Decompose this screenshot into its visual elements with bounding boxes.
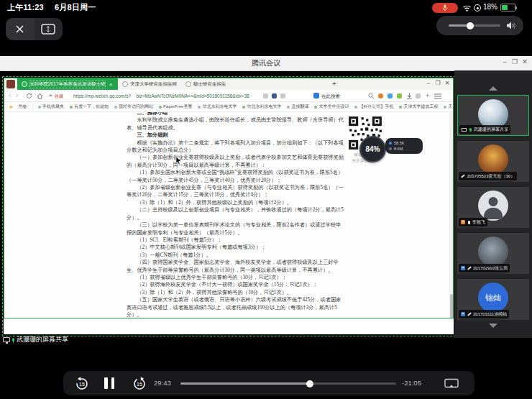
bookmark-label: 【科什公司】手机 — [359, 104, 393, 110]
skip-back-15-button[interactable]: 15 — [75, 376, 89, 390]
address-bar[interactable]: https://mp.weixin.qq.com/s?__biz=MzAwNTc… — [73, 93, 259, 98]
pause-button[interactable] — [104, 377, 114, 389]
bookmark-item[interactable]: 天津大学研究生院 — [444, 104, 453, 110]
bookmark-item[interactable]: 我经常访问的网站 — [114, 104, 153, 110]
bookmark-item[interactable]: 天津大学建筑工程 — [399, 104, 438, 110]
browser-tab[interactable]: 水利学院2017年推荐免试攻读硕士研 ✕ — [17, 78, 118, 90]
share-banner: 武珊珊的屏幕共享 — [3, 335, 68, 344]
search-icon[interactable] — [368, 93, 375, 99]
scrollbar-thumb[interactable] — [450, 294, 453, 318]
reader-icon[interactable] — [280, 93, 285, 98]
bookmark-item[interactable]: PaperFree查重 — [159, 104, 192, 110]
site-search-label[interactable]: 在此搜索 — [321, 93, 340, 100]
forward-button[interactable]: › — [16, 91, 18, 100]
add-icon[interactable]: + — [426, 92, 429, 99]
bookmark-item[interactable]: 华北水利水电大学 — [198, 104, 237, 110]
back-button[interactable]: ‹ — [9, 91, 11, 100]
translate-icon[interactable] — [263, 93, 268, 98]
accelerator-ball[interactable]: 84% — [359, 136, 386, 162]
favorites-label[interactable]: 收藏 — [55, 93, 63, 100]
participant-tile[interactable]: 201705523贾玉彤（30） — [457, 141, 529, 182]
home-icon[interactable] — [37, 93, 43, 99]
browser-tab[interactable]: 硕士研究生招生 ✕ — [181, 78, 231, 90]
tab-favicon — [22, 81, 27, 87]
mic-icon — [468, 221, 470, 224]
article-paragraph: （3）除（1）和（2）外，获得其他校级以上奖励的（每项计2分）。 — [127, 199, 344, 206]
avatar — [478, 145, 508, 175]
menu-icon[interactable] — [434, 93, 441, 99]
download-icon[interactable] — [406, 93, 413, 99]
participant-name: 武珊珊的屏幕共享 — [474, 127, 508, 133]
tab-title: 天津大学研究生招生网 — [130, 81, 177, 88]
participant-label: 201702910张云周 — [459, 264, 510, 272]
meeting-close-button[interactable]: ✕ — [520, 58, 529, 65]
bookmark-item[interactable]: 大学生毕业设计 — [314, 104, 349, 110]
elapsed-time: 29:43 — [154, 379, 171, 387]
remaining-time: -21:05 — [402, 379, 421, 387]
browser-maximize-button[interactable]: ❐ — [434, 80, 442, 86]
bookmark-item[interactable]: 【科什公司】手机 — [354, 104, 393, 110]
participant-tile[interactable]: 武珊珊的屏幕共享 — [457, 95, 529, 136]
article-paragraph: （1）获得省级以上优秀学生干部荣誉称号的（30分，只记1次）； — [127, 274, 344, 281]
new-tab-button[interactable]: + — [332, 78, 336, 90]
picture-in-picture-icon[interactable] — [444, 378, 459, 389]
share-banner-label: 武珊珊的屏幕共享 — [17, 335, 68, 344]
article-content: 二、推荐小组 水利学院成立推免生遴选小组，由院长担任组长，成员由主管院领导、教师… — [4, 112, 454, 318]
browser-tab[interactable]: 天津大学研究生招生网 ✕ — [118, 78, 181, 90]
bookmark-item[interactable]: 华北水利水电大学 — [242, 104, 281, 110]
screen-share-icon — [3, 337, 10, 342]
bookmark-label: 华北水利水电大学 — [202, 104, 237, 110]
bookmark-item[interactable]: 手机收藏夹 — [38, 104, 64, 110]
shared-desktop: 水利学院2017年推荐免试攻读硕士研 ✕ 天津大学研究生招生网 ✕ 硕士研究生招 — [4, 78, 454, 334]
participant-tile[interactable]: 李晓飞 — [457, 187, 529, 228]
download-dot-icon — [389, 147, 392, 150]
upload-dot-icon — [389, 142, 392, 145]
volume-slider[interactable] — [449, 24, 500, 27]
screen: 上午11:23 6月8日周一 18% — [0, 0, 532, 399]
participant-role-icon — [461, 266, 465, 270]
resize-player-button[interactable] — [35, 18, 63, 40]
participant-tile[interactable]: 201702910张云周 — [457, 233, 529, 274]
bookmark-item[interactable]: 直接翻译 — [287, 104, 308, 110]
article-paragraph: （2）参加省级创新创业竞赛（与专业相关）获得奖励的（以获奖证书为准，限前5名）（… — [127, 184, 344, 199]
screenshot-icon[interactable] — [416, 93, 421, 98]
bookmark-favicon — [198, 106, 201, 109]
share-icon[interactable] — [272, 93, 277, 98]
site-search-icon[interactable] — [313, 93, 319, 98]
mail-icon[interactable] — [378, 93, 383, 98]
meeting-minimize-button[interactable]: – — [500, 58, 509, 65]
article-paragraph: （四）获得国家奖学金、国家励志奖学金、海外校友奖学金，或者获得校级及以上三好学生… — [127, 259, 344, 274]
bookmark-favicon — [70, 106, 73, 109]
volume-knob[interactable] — [467, 22, 474, 29]
browser-toolbar: ‹ › ★ 收藏 https://mp.weixin.qq.com/s?__bi… — [4, 90, 453, 102]
bookmarks-label[interactable]: 书签 — [18, 104, 27, 110]
bookmark-item[interactable]: 百度一下，你就知 — [70, 104, 109, 110]
skip-forward-15-button[interactable]: 15 — [132, 376, 147, 390]
seek-bar[interactable] — [180, 382, 396, 385]
mouse-cursor — [175, 157, 182, 165]
scrollbar[interactable] — [449, 112, 454, 318]
active-mic-indicator[interactable] — [432, 3, 458, 13]
apps-icon[interactable] — [387, 93, 393, 98]
games-icon[interactable] — [397, 93, 402, 98]
favorite-star-icon[interactable]: ★ — [48, 93, 52, 98]
browser-minimize-button[interactable]: – — [424, 80, 433, 86]
article-paragraph: （1）SCI、EI检索期刊（每篇5分）； — [127, 237, 344, 244]
refresh-icon[interactable] — [26, 93, 32, 99]
close-player-button[interactable] — [6, 18, 35, 40]
close-icon — [15, 24, 24, 34]
browser-close-button[interactable]: ✕ — [443, 80, 451, 86]
collapse-down-icon[interactable] — [489, 324, 497, 328]
bookmark-label: 我经常访问的网站 — [119, 104, 153, 110]
seek-knob[interactable] — [306, 380, 313, 387]
bookmark-label: 天津大学建筑工程 — [403, 104, 438, 110]
tab-close-icon[interactable]: ✕ — [109, 82, 112, 87]
collapse-up-icon[interactable] — [489, 86, 497, 91]
bookmark-favicon — [444, 106, 446, 109]
network-speed-tooltip: 58.5K 8.6M — [385, 138, 423, 154]
meeting-titlebar: 腾讯会议 – ❐ ✕ — [0, 56, 532, 71]
participant-tile[interactable]: 锦灿 201703111池锦灿 — [457, 279, 529, 320]
meeting-maximize-button[interactable]: ❐ — [510, 58, 519, 65]
article-paragraph: （3）除（1）和（2）外，获得其他荣誉称号的（10分，只记1次）。 — [127, 289, 344, 296]
meeting-title: 腾讯会议 — [0, 58, 532, 68]
